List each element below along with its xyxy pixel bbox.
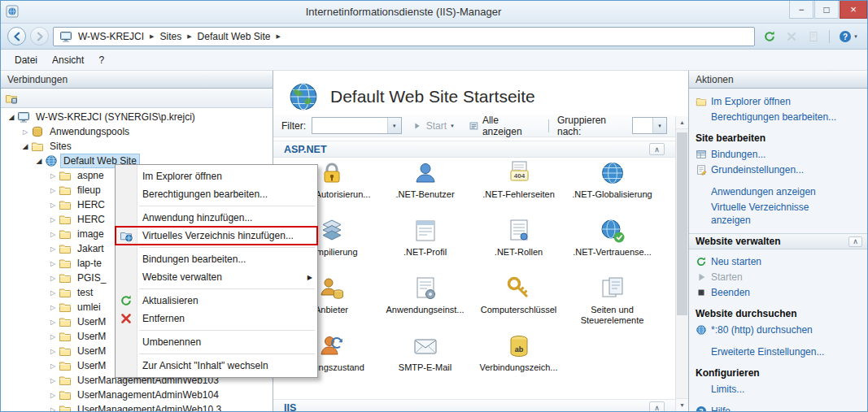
action-link[interactable]: Virtuelle Verzeichnisse anzeigen: [696, 199, 862, 227]
context-menu-item[interactable]: Im Explorer öffnen: [116, 167, 317, 185]
feature-item[interactable]: .NET-Profil: [378, 216, 472, 274]
vertical-scrollbar[interactable]: ▲ ▼: [675, 116, 688, 411]
tree-item[interactable]: ▷UserManagementAdminWeb10.3: [1, 402, 273, 411]
expand-arrow-icon[interactable]: ▷: [47, 187, 59, 194]
scroll-down-icon[interactable]: ▼: [676, 398, 688, 411]
tree-item[interactable]: ◢W-WS-KREJCI (SYNERGIS\p.krejci): [1, 110, 273, 124]
breadcrumb-item[interactable]: W-WS-KREJCI: [78, 31, 144, 42]
context-menu-item[interactable]: Berechtigungen bearbeiten...: [116, 185, 317, 203]
collapse-arrow-icon[interactable]: ◢: [20, 142, 31, 150]
computer-icon: [17, 111, 30, 124]
help-button[interactable]: ?▼: [836, 28, 861, 46]
collapse-arrow-icon[interactable]: ◢: [33, 157, 45, 165]
action-link[interactable]: Neu starten: [696, 254, 862, 269]
context-menu-item[interactable]: Bindungen bearbeiten...: [116, 250, 317, 268]
combo-dropdown-icon[interactable]: ▼: [652, 118, 666, 133]
expand-arrow-icon[interactable]: ▷: [47, 348, 59, 355]
collapse-chevron-icon[interactable]: ∧: [649, 401, 665, 411]
feature-item[interactable]: Anwendungseinst...: [378, 274, 472, 332]
forward-button[interactable]: [30, 27, 49, 46]
context-menu-item[interactable]: Zur Ansicht "Inhalt" wechseln: [116, 357, 317, 375]
feature-item[interactable]: Computerschlüssel: [472, 274, 565, 332]
action-link[interactable]: Beenden: [696, 284, 862, 300]
go-icon: [412, 120, 423, 132]
context-menu-item[interactable]: Aktualisieren: [116, 292, 317, 310]
combo-dropdown-icon[interactable]: ▼: [387, 118, 401, 133]
action-link[interactable]: Limits...: [696, 381, 862, 397]
actions-section-bar[interactable]: Website verwalten∧: [689, 233, 867, 249]
expand-arrow-icon[interactable]: ▷: [47, 362, 59, 370]
menubar-item[interactable]: Datei: [7, 51, 45, 69]
collapse-chevron-icon[interactable]: ∧: [649, 143, 665, 155]
expand-arrow-icon[interactable]: ▷: [47, 216, 59, 223]
folder-icon: [59, 198, 72, 211]
action-link[interactable]: Berechtigungen bearbeiten...: [696, 109, 862, 124]
expand-arrow-icon[interactable]: ▷: [47, 202, 59, 209]
feature-item[interactable]: 404.NET-Fehlerseiten: [472, 158, 565, 216]
action-link[interactable]: Im Explorer öffnen: [696, 93, 862, 109]
add-connection-icon[interactable]: [5, 92, 18, 105]
show-all-label: Alle anzeigen: [482, 115, 536, 137]
context-menu-item-label: Website verwalten: [142, 271, 222, 283]
menubar-item[interactable]: ?: [91, 51, 111, 69]
tree-item[interactable]: ◢Sites: [1, 139, 273, 154]
group-by-combobox[interactable]: ▼: [632, 117, 667, 134]
context-menu-item[interactable]: Website verwalten▶: [116, 268, 317, 286]
back-button[interactable]: [7, 27, 26, 46]
context-menu-item[interactable]: Anwendung hinzufügen...: [116, 209, 317, 227]
filter-start-button[interactable]: Start▼: [408, 119, 459, 133]
context-menu-item[interactable]: Virtuelles Verzeichnis hinzufügen...: [116, 227, 317, 245]
expand-arrow-icon[interactable]: ▷: [47, 275, 59, 282]
feature-item[interactable]: SMTP-E-Mail: [378, 332, 472, 389]
expand-arrow-icon[interactable]: ▷: [47, 319, 59, 326]
filter-combobox[interactable]: ▼: [312, 117, 402, 134]
computer-icon: [59, 30, 72, 43]
feature-item[interactable]: .NET-Globalisierung: [565, 158, 659, 216]
minimize-button[interactable]: −: [789, 1, 813, 19]
context-menu-item[interactable]: Umbenennen: [116, 333, 317, 351]
refresh-button[interactable]: [761, 28, 779, 46]
expand-arrow-icon[interactable]: ▷: [20, 128, 31, 136]
action-link[interactable]: Bindungen...: [696, 146, 862, 162]
scrollbar-thumb[interactable]: [677, 132, 687, 315]
feature-item[interactable]: Seiten und Steuerelemente: [565, 274, 659, 332]
maximize-button[interactable]: □: [814, 1, 839, 19]
feature-item[interactable]: .NET-Benutzer: [378, 158, 472, 216]
context-menu-item[interactable]: Entfernen: [116, 310, 317, 327]
expand-arrow-icon[interactable]: ▷: [47, 392, 59, 399]
breadcrumb-item[interactable]: Sites: [160, 31, 182, 42]
feature-item[interactable]: .NET-Rollen: [472, 216, 565, 274]
context-menu-item-label: Im Explorer öffnen: [142, 171, 222, 182]
expand-arrow-icon[interactable]: ▷: [47, 172, 59, 180]
expand-arrow-icon[interactable]: ▷: [47, 260, 59, 267]
expand-arrow-icon[interactable]: ▷: [47, 377, 59, 384]
expand-arrow-icon[interactable]: ▷: [47, 304, 59, 311]
action-link[interactable]: ?Hilfe: [696, 403, 862, 411]
feature-item[interactable]: .NET-Vertrauense...: [565, 216, 659, 274]
stop-button[interactable]: [783, 28, 800, 46]
collapse-chevron-icon[interactable]: ∧: [848, 236, 862, 247]
tree-item[interactable]: ▷Anwendungspools: [1, 124, 273, 139]
action-link[interactable]: Grundeinstellungen...: [696, 162, 862, 177]
action-link[interactable]: Anwendungen anzeigen: [696, 184, 862, 199]
expand-arrow-icon[interactable]: ▷: [47, 245, 59, 253]
close-button[interactable]: ×: [840, 1, 867, 19]
breadcrumb-item[interactable]: Default Web Site: [198, 31, 271, 42]
feature-item[interactable]: abVerbindungszeich...: [472, 332, 565, 389]
expand-arrow-icon[interactable]: ▷: [47, 289, 59, 297]
menubar-item[interactable]: Ansicht: [45, 51, 91, 69]
collapse-arrow-icon[interactable]: ◢: [6, 113, 17, 121]
help-icon: ?: [696, 405, 707, 411]
action-link[interactable]: Starten: [696, 269, 862, 284]
tree-item[interactable]: ▷UserManagementAdminWeb104: [1, 388, 273, 402]
expand-arrow-icon[interactable]: ▷: [47, 333, 59, 340]
expand-arrow-icon[interactable]: ▷: [47, 231, 59, 238]
show-all-button[interactable]: Alle anzeigen: [465, 113, 540, 139]
properties-button[interactable]: [805, 28, 822, 46]
action-link[interactable]: Erweiterte Einstellungen...: [696, 344, 862, 359]
breadcrumb-bar[interactable]: W-WS-KREJCI▶Sites▶Default Web Site▶: [53, 27, 755, 46]
scroll-up-icon[interactable]: ▲: [676, 116, 688, 129]
expand-arrow-icon[interactable]: ▷: [47, 406, 59, 412]
folder-icon: [59, 388, 72, 401]
action-link[interactable]: *:80 (http) durchsuchen: [696, 322, 862, 337]
